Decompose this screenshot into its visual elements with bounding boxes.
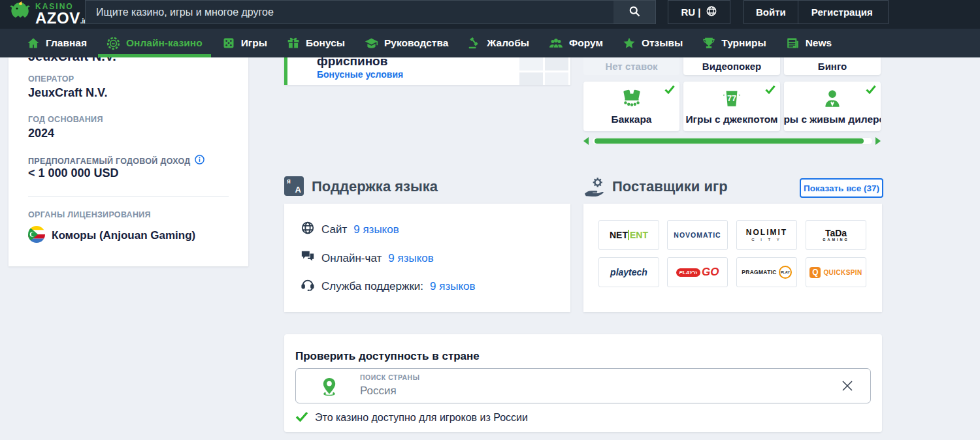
nav-label: Жалобы	[487, 37, 529, 49]
providers-title: Поставщики игр	[612, 178, 728, 195]
site-search	[85, 0, 656, 24]
divider	[28, 196, 229, 197]
newspaper-icon	[786, 37, 800, 50]
info-icon[interactable]	[195, 155, 204, 167]
provider-playtech[interactable]: playtech	[598, 257, 659, 287]
nav-label: Форум	[569, 37, 603, 49]
search-button[interactable]	[613, 1, 655, 24]
nav-item-home[interactable]: Главная	[17, 29, 97, 57]
gift-icon	[287, 37, 300, 50]
license-name: Коморы (Anjouan Gaming)	[52, 229, 195, 242]
comoros-flag-icon	[28, 226, 45, 245]
nav-item-news[interactable]: News	[776, 29, 842, 57]
nav-item-reviews[interactable]: Отзывы	[613, 29, 693, 57]
star-icon	[623, 37, 636, 50]
live-dealer-icon	[821, 87, 843, 112]
success-check-icon	[295, 411, 308, 424]
available-check-icon	[866, 85, 876, 97]
game-type-no-bets[interactable]: Нет ставок	[583, 57, 679, 75]
logo-azov-text: AZOV	[35, 9, 80, 27]
language-support-card: Сайт 9 языков Онлайн-чат 9 языков Служба…	[284, 204, 570, 312]
login-button[interactable]: Войти	[744, 1, 798, 24]
svg-text:77: 77	[727, 93, 736, 103]
provider-playngo[interactable]: PLAY'nGO	[667, 257, 728, 287]
nav-item-complaints[interactable]: Жалобы	[458, 29, 539, 57]
revenue-value: < 1 000 000 USD	[28, 166, 119, 180]
bonus-image-fragment	[519, 72, 543, 85]
auth-buttons: Войти Регистрация	[743, 0, 889, 24]
top-header: KASINO AZOV.info RU |	[0, 0, 980, 29]
headset-icon	[301, 277, 315, 295]
nav-item-bonuses[interactable]: Бонусы	[277, 29, 355, 57]
provider-pragmatic-play[interactable]: PRAGMATICPLAY	[736, 257, 797, 287]
chat-icon	[301, 249, 315, 267]
revenue-label: ПРЕДПОЛАГАЕМЫЙ ГОДОВОЙ ДОХОД	[28, 157, 191, 166]
license-item[interactable]: Коморы (Anjouan Gaming)	[28, 226, 195, 245]
location-pin-icon	[322, 377, 336, 398]
nav-label: Турниры	[721, 37, 766, 49]
dice-icon	[222, 37, 235, 50]
founded-value: 2024	[28, 127, 54, 140]
jackpot-slot-icon: 77	[721, 87, 743, 112]
founded-label: ГОД ОСНОВАНИЯ	[28, 115, 103, 124]
nav-item-tournaments[interactable]: Турниры	[693, 29, 776, 57]
main-nav: Главная Онлайн-казино Игры Бонусы	[0, 29, 980, 57]
casino-info-sidebar: JeuxCraft N.V. ОПЕРАТОР JeuxCraft N.V. Г…	[8, 57, 248, 266]
country-search-field[interactable]: ПОИСК СТРАНЫ Россия	[295, 368, 871, 403]
game-type-live-dealer[interactable]: Игры с живым дилером	[784, 82, 881, 131]
gavel-icon	[468, 37, 481, 50]
providers-card: NETENT NOVOMATIC NOLIMITC I T Y TaDaGAMI…	[583, 204, 882, 312]
game-type-videopoker[interactable]: Видеопокер	[683, 57, 780, 75]
country-search-label: ПОИСК СТРАНЫ	[360, 373, 419, 381]
game-type-baccarat[interactable]: Баккара	[583, 82, 679, 131]
search-input[interactable]	[86, 7, 613, 18]
provider-tada-gaming[interactable]: TaDaGAMING	[806, 220, 866, 250]
home-icon	[27, 37, 40, 50]
clear-icon[interactable]	[841, 380, 853, 394]
trophy-icon	[702, 37, 715, 50]
site-languages-link[interactable]: 9 языков	[353, 223, 399, 236]
bonus-image-fragment	[519, 57, 543, 71]
hand-gear-icon	[583, 176, 606, 200]
available-check-icon	[765, 85, 776, 97]
graduation-cap-icon	[365, 37, 378, 50]
search-icon	[628, 5, 641, 20]
provider-novomatic[interactable]: NOVOMATIC	[667, 220, 728, 250]
operator-value: JeuxCraft N.V.	[28, 86, 107, 100]
nav-item-online-casino[interactable]: Онлайн-казино	[97, 29, 212, 57]
register-button[interactable]: Регистрация	[798, 1, 886, 24]
game-type-jackpot[interactable]: 77 Игры с джекпотом	[683, 82, 780, 131]
chat-languages-link[interactable]: 9 языков	[388, 252, 434, 265]
country-search-value: Россия	[360, 385, 397, 398]
language-row-site: Сайт 9 языков	[301, 221, 399, 238]
carousel-right-arrow[interactable]	[875, 137, 881, 145]
nav-item-guides[interactable]: Руководства	[355, 29, 458, 57]
availability-card: Проверить доступность в стране ПОИСК СТР…	[284, 334, 882, 432]
nav-label: Игры	[241, 37, 267, 49]
carousel-left-arrow[interactable]	[583, 137, 589, 145]
bonus-image-fragment	[545, 72, 568, 85]
show-all-providers-button[interactable]: Показать все (37)	[800, 178, 883, 198]
provider-nolimit-city[interactable]: NOLIMITC I T Y	[736, 220, 797, 250]
carousel-scrollbar-thumb[interactable]	[595, 138, 864, 144]
language-support-title: Поддержка языка	[312, 178, 438, 195]
bonus-terms-link[interactable]: Бонусные условия	[317, 69, 403, 80]
language-row-support: Служба поддержки: 9 языков	[301, 277, 476, 295]
nav-item-forum[interactable]: Форум	[539, 29, 613, 57]
site-logo[interactable]: KASINO AZOV.info	[8, 1, 94, 27]
provider-netent[interactable]: NETENT	[598, 220, 659, 250]
provider-quickspin[interactable]: QQUICKSPIN	[806, 257, 866, 287]
licensing-label: ОРГАНЫ ЛИЦЕНЗИРОВАНИЯ	[28, 210, 151, 219]
bonus-card: фриспинов Бонусные условия	[284, 57, 570, 85]
game-type-bingo[interactable]: Бинго	[784, 57, 881, 75]
nav-label: Руководства	[384, 37, 448, 49]
availability-title: Проверить доступность в стране	[295, 350, 480, 363]
nav-item-games[interactable]: Игры	[212, 29, 277, 57]
language-selector[interactable]: RU |	[668, 0, 730, 24]
support-languages-link[interactable]: 9 языков	[430, 280, 476, 293]
nav-label: Онлайн-казино	[126, 37, 203, 49]
lang-code: RU |	[681, 7, 700, 18]
clipped-bonus-title: фриспинов	[317, 57, 387, 69]
operator-label: ОПЕРАТОР	[28, 74, 74, 84]
available-check-icon	[664, 85, 675, 97]
